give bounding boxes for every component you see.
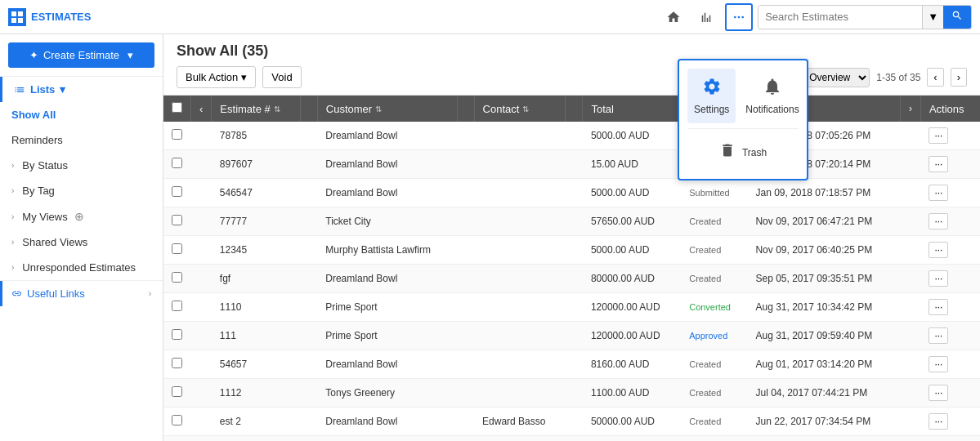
row-actions-button[interactable]: ··· [929, 213, 948, 229]
row-contact [474, 265, 566, 293]
row-actions-button[interactable]: ··· [929, 299, 948, 315]
prev-page-button[interactable]: ‹ [927, 68, 943, 87]
sidebar-item-useful-links[interactable]: Useful Links › [0, 281, 163, 306]
row-checkbox-cell [163, 408, 191, 436]
row-contact [474, 207, 566, 236]
row-sep2 [457, 293, 474, 322]
sidebar-item-shared-views[interactable]: › Shared Views [0, 229, 163, 255]
sidebar-item-my-views[interactable]: › My Views ⊕ [0, 203, 163, 229]
row-customer: Dreamland Bowl [317, 150, 457, 179]
show-all-label: Show All [11, 109, 56, 121]
sidebar-item-by-status[interactable]: › By Status [0, 153, 163, 178]
sidebar: ✦ Create Estimate ▾ Lists ▾ Show All Rem… [0, 34, 163, 441]
next-page-button[interactable]: › [951, 68, 967, 87]
row-customer: Prime Sport [317, 322, 457, 350]
row-actions-button[interactable]: ··· [929, 185, 948, 201]
sidebar-item-show-all[interactable]: Show All [0, 102, 163, 127]
row-total: 8160.00 AUD [583, 350, 681, 379]
row-actions-button[interactable]: ··· [929, 270, 948, 287]
search-go-button[interactable] [943, 6, 971, 29]
row-sep1 [300, 236, 317, 265]
sidebar-item-by-tag[interactable]: › By Tag [0, 178, 163, 203]
contact-sort-icon: ⇅ [522, 105, 529, 114]
app-title: ESTIMATES [31, 11, 91, 23]
my-views-plus-icon[interactable]: ⊕ [74, 210, 84, 223]
popup-settings-item[interactable]: Settings [687, 69, 736, 123]
row-actions-button[interactable]: ··· [929, 327, 948, 344]
row-sep4 [900, 293, 920, 322]
row-checkbox[interactable] [172, 243, 182, 254]
row-checkbox[interactable] [172, 415, 182, 425]
create-estimate-label: Create Estimate [43, 49, 119, 61]
row-contact [474, 379, 566, 408]
chart-button[interactable] [692, 3, 720, 31]
row-created: Jan 09, 2018 07:18:57 PM [747, 179, 900, 207]
popup-trash-item[interactable]: Trash [687, 134, 799, 171]
row-estimate-id: 546547 [212, 179, 300, 207]
bulk-action-button[interactable]: Bulk Action ▾ [177, 66, 256, 88]
sidebar-item-reminders[interactable]: Reminders [0, 127, 163, 153]
row-checkbox-cell [163, 293, 191, 322]
sidebar-item-unresponded[interactable]: › Unresponded Estimates [0, 255, 163, 280]
row-estimate-id: est 2 [212, 408, 300, 436]
row-sep4 [900, 379, 920, 408]
row-col-empty [191, 122, 212, 150]
logo-icon [8, 8, 26, 26]
row-estimate-id: est 1 [212, 436, 300, 442]
row-sep3 [566, 322, 583, 350]
svg-rect-0 [11, 11, 16, 16]
row-sep2 [457, 236, 474, 265]
col-contact[interactable]: Contact ⇅ [474, 96, 566, 122]
row-actions-button[interactable]: ··· [929, 242, 948, 258]
row-actions-button[interactable]: ··· [929, 127, 948, 144]
create-estimate-button[interactable]: ✦ Create Estimate ▾ [8, 42, 154, 68]
row-checkbox-cell [163, 322, 191, 350]
table-row: 54657 Dreamland Bowl 8160.00 AUD Created… [163, 350, 980, 379]
col-nav-icon: ‹ [199, 103, 203, 115]
row-checkbox[interactable] [172, 215, 182, 225]
col-total[interactable]: Total [583, 96, 681, 122]
dots-menu-button[interactable] [725, 3, 753, 31]
col-estimate-num[interactable]: Estimate # ⇅ [212, 96, 300, 122]
row-checkbox[interactable] [172, 158, 182, 168]
row-checkbox[interactable] [172, 186, 182, 197]
row-status: Created [681, 408, 747, 436]
row-customer: Ticket City [317, 207, 457, 236]
row-status: Submitted [681, 179, 747, 207]
search-dropdown-button[interactable]: ▼ [922, 6, 943, 29]
row-checkbox[interactable] [172, 301, 182, 311]
row-checkbox[interactable] [172, 329, 182, 340]
svg-rect-3 [18, 18, 23, 23]
svg-point-5 [738, 16, 741, 18]
row-actions-button[interactable]: ··· [929, 385, 948, 401]
row-checkbox[interactable] [172, 386, 182, 397]
row-col-empty [191, 150, 212, 179]
row-sep3 [566, 179, 583, 207]
row-customer: Dreamland Bowl [317, 265, 457, 293]
home-button[interactable] [660, 3, 687, 31]
row-estimate-id: 78785 [212, 122, 300, 150]
select-all-checkbox[interactable] [172, 102, 182, 113]
row-checkbox-cell [163, 436, 191, 442]
void-button[interactable]: Void [262, 66, 301, 88]
row-actions-button[interactable]: ··· [929, 413, 948, 430]
row-checkbox[interactable] [172, 358, 182, 368]
row-status: Converted [681, 293, 747, 322]
search-container: ▼ [758, 5, 972, 29]
row-actions-button[interactable]: ··· [929, 356, 948, 372]
col-customer[interactable]: Customer ⇅ [317, 96, 457, 122]
sidebar-item-lists[interactable]: Lists ▾ [0, 77, 163, 102]
row-status: Created [681, 436, 747, 442]
search-input[interactable] [758, 6, 922, 29]
row-contact [474, 350, 566, 379]
by-status-label: By Status [22, 159, 68, 172]
display-select[interactable]: Overview [800, 68, 870, 87]
table-row: est 1 Tonys Greenery 5000.00 AUD Created… [163, 436, 980, 442]
svg-rect-2 [11, 18, 16, 23]
row-created: Aug 01, 2017 03:14:20 PM [747, 350, 900, 379]
row-checkbox[interactable] [172, 129, 182, 140]
popup-divider [687, 128, 799, 129]
row-checkbox[interactable] [172, 272, 182, 283]
row-actions-button[interactable]: ··· [929, 156, 948, 172]
popup-notifications-item[interactable]: Notifications [739, 69, 805, 123]
